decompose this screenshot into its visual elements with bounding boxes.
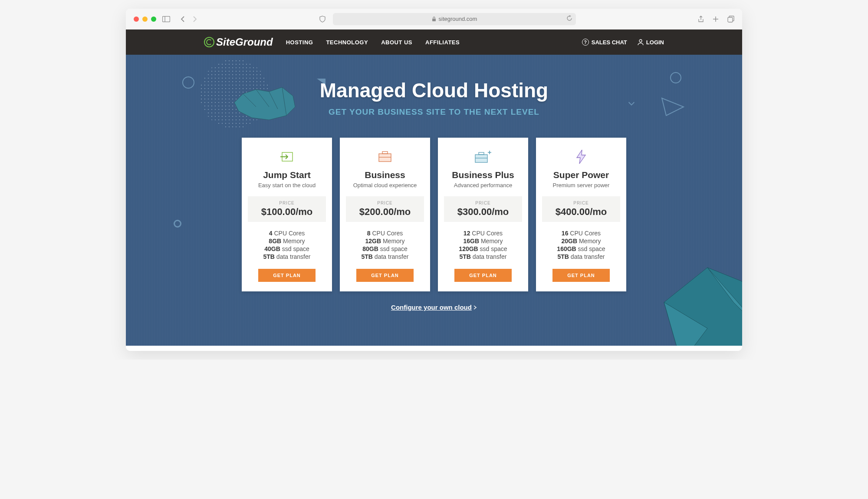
spec-ssd: 80GB ssd space <box>362 245 408 252</box>
login-label: LOGIN <box>646 39 664 46</box>
sidebar-toggle-icon[interactable] <box>162 16 170 22</box>
spec-list: 16 CPU Cores 20GB Memory 160GB ssd space… <box>557 230 605 260</box>
spec-transfer: 5TB data transfer <box>460 253 507 260</box>
maximize-window-button[interactable] <box>151 17 156 22</box>
nav-affiliates[interactable]: AFFILIATES <box>425 39 460 46</box>
get-plan-button[interactable]: GET PLAN <box>356 269 414 282</box>
spec-ssd: 160GB ssd space <box>557 245 605 252</box>
nav-technology[interactable]: TECHNOLOGY <box>326 39 368 46</box>
refresh-icon[interactable] <box>566 15 572 23</box>
window-controls <box>134 17 156 22</box>
share-icon[interactable] <box>698 16 704 23</box>
tabs-icon[interactable] <box>727 16 734 23</box>
plan-tagline: Advanced performance <box>454 182 512 188</box>
price-label: PRICE <box>248 201 326 205</box>
circle-decoration <box>670 72 681 83</box>
triangle-decoration <box>317 79 326 85</box>
spec-cpu: 4 CPU Cores <box>269 230 305 237</box>
url-text: siteground.com <box>439 16 477 22</box>
price-value: $100.00/mo <box>248 206 326 218</box>
spec-memory: 8GB Memory <box>269 238 305 245</box>
chevron-right-icon <box>473 305 477 310</box>
page-viewport: SiteGround HOSTING TECHNOLOGY ABOUT US A… <box>126 30 742 351</box>
user-icon <box>638 39 644 45</box>
spec-ssd: 120GB ssd space <box>459 245 507 252</box>
triangle-decoration <box>628 99 635 106</box>
svg-point-4 <box>639 40 642 42</box>
price-label: PRICE <box>542 201 620 205</box>
spec-transfer: 5TB data transfer <box>263 253 311 260</box>
svg-rect-16 <box>382 152 388 154</box>
sales-chat-link[interactable]: ? SALES CHAT <box>582 39 627 46</box>
browser-toolbar: siteground.com <box>126 9 742 30</box>
address-bar[interactable]: siteground.com <box>333 13 576 25</box>
plan-name: Business Plus <box>452 170 514 180</box>
svg-rect-15 <box>379 154 391 162</box>
hero-subtitle: GET YOUR BUSINESS SITE TO THE NEXT LEVEL <box>329 107 539 117</box>
plan-tagline: Premium server power <box>553 182 610 188</box>
back-button[interactable] <box>181 16 185 22</box>
briefcase-pink-icon <box>377 149 393 165</box>
svg-marker-10 <box>662 98 684 116</box>
plan-card: Super Power Premium server power PRICE $… <box>536 138 626 291</box>
plan-tagline: Easy start on the cloud <box>258 182 316 188</box>
configure-cloud-link[interactable]: Configure your own cloud <box>391 304 477 311</box>
svg-rect-19 <box>479 152 484 155</box>
lightning-icon <box>575 149 587 165</box>
get-plan-button[interactable]: GET PLAN <box>454 269 512 282</box>
plans-grid: Jump Start Easy start on the cloud PRICE… <box>242 138 626 291</box>
spec-transfer: 5TB data transfer <box>558 253 605 260</box>
spec-memory: 12GB Memory <box>365 238 404 245</box>
cloud-decoration <box>230 76 308 129</box>
price-box: PRICE $200.00/mo <box>346 196 424 222</box>
spec-list: 8 CPU Cores 12GB Memory 80GB ssd space 5… <box>362 230 409 260</box>
svg-marker-21 <box>577 150 585 164</box>
get-plan-button[interactable]: GET PLAN <box>258 269 316 282</box>
chat-icon: ? <box>582 39 589 46</box>
spec-cpu: 8 CPU Cores <box>367 230 403 237</box>
browser-window: siteground.com SiteGround <box>126 9 742 351</box>
briefcase-plus-icon <box>473 149 493 165</box>
spec-cpu: 16 CPU Cores <box>562 230 601 237</box>
minimize-window-button[interactable] <box>142 17 148 22</box>
login-link[interactable]: LOGIN <box>638 39 664 46</box>
plan-card: Jump Start Easy start on the cloud PRICE… <box>242 138 332 291</box>
price-value: $300.00/mo <box>444 206 522 218</box>
nav-hosting[interactable]: HOSTING <box>286 39 313 46</box>
price-label: PRICE <box>444 201 522 205</box>
plan-tagline: Optimal cloud experience <box>353 182 417 188</box>
price-label: PRICE <box>346 201 424 205</box>
svg-rect-2 <box>432 19 436 21</box>
crystal-decoration <box>655 250 742 346</box>
plan-card: Business Optimal cloud experience PRICE … <box>340 138 430 291</box>
price-value: $200.00/mo <box>346 206 424 218</box>
close-window-button[interactable] <box>134 17 139 22</box>
logo-swirl-icon <box>204 37 214 47</box>
privacy-shield-icon[interactable] <box>319 16 326 23</box>
spec-transfer: 5TB data transfer <box>362 253 409 260</box>
spec-list: 4 CPU Cores 8GB Memory 40GB ssd space 5T… <box>263 230 311 260</box>
circle-decoration <box>182 76 194 89</box>
hero-section: Managed Cloud Hosting GET YOUR BUSINESS … <box>126 55 742 346</box>
spec-list: 12 CPU Cores 16GB Memory 120GB ssd space… <box>459 230 507 260</box>
spec-cpu: 12 CPU Cores <box>464 230 503 237</box>
new-tab-icon[interactable] <box>713 16 719 23</box>
get-plan-button[interactable]: GET PLAN <box>552 269 610 282</box>
spec-memory: 16GB Memory <box>463 238 503 245</box>
sales-chat-label: SALES CHAT <box>592 39 627 46</box>
logo[interactable]: SiteGround <box>204 36 273 48</box>
price-box: PRICE $400.00/mo <box>542 196 620 222</box>
lock-icon <box>432 17 436 22</box>
price-value: $400.00/mo <box>542 206 620 218</box>
hero-title: Managed Cloud Hosting <box>320 79 548 102</box>
forward-button[interactable] <box>193 16 197 22</box>
svg-rect-0 <box>163 16 170 22</box>
main-nav: HOSTING TECHNOLOGY ABOUT US AFFILIATES <box>286 39 460 46</box>
svg-rect-18 <box>475 155 487 162</box>
configure-label: Configure your own cloud <box>391 304 472 311</box>
site-header: SiteGround HOSTING TECHNOLOGY ABOUT US A… <box>126 30 742 55</box>
price-box: PRICE $100.00/mo <box>248 196 326 222</box>
plan-name: Jump Start <box>263 170 311 180</box>
plan-name: Business <box>365 170 405 180</box>
nav-about-us[interactable]: ABOUT US <box>381 39 412 46</box>
